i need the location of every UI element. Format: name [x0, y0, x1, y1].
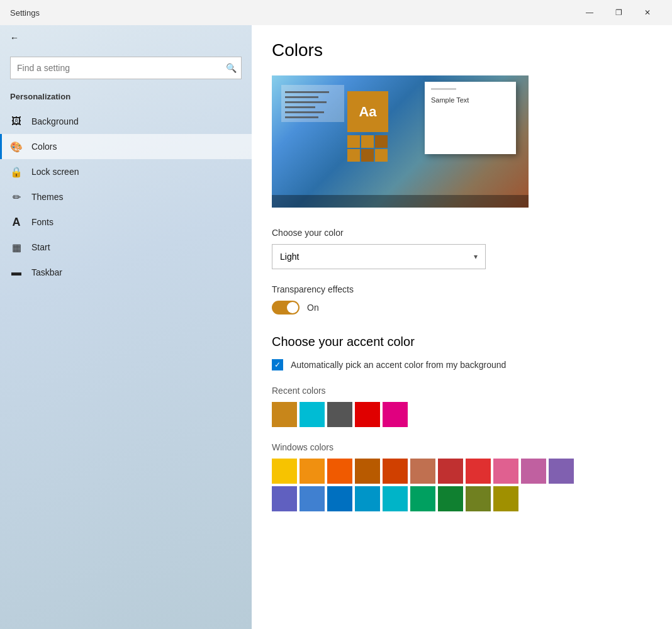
- chevron-down-icon: ▾: [474, 252, 478, 261]
- sidebar-item-background[interactable]: 🖼 Background: [0, 109, 252, 134]
- windows-color-swatch-1[interactable]: [300, 459, 325, 484]
- windows-color-swatch-4[interactable]: [383, 459, 408, 484]
- windows-color-swatch-14[interactable]: [355, 486, 380, 511]
- recent-color-swatch-2[interactable]: [327, 402, 352, 427]
- sidebar-item-taskbar[interactable]: ▬ Taskbar: [0, 260, 252, 285]
- auto-accent-checkbox[interactable]: ✓: [272, 359, 283, 370]
- windows-color-swatch-7[interactable]: [466, 459, 491, 484]
- windows-color-swatch-16[interactable]: [410, 486, 435, 511]
- preview-tile-2: [361, 135, 374, 148]
- preview-line-6: [285, 116, 318, 118]
- preview-background: Aa Sample Text: [272, 75, 529, 208]
- preview-container: Aa Sample Text: [272, 75, 529, 208]
- preview-menu-lines: [285, 91, 340, 118]
- preview-line-5: [285, 111, 324, 113]
- preview-dialog: Sample Text: [425, 82, 516, 154]
- preview-aa-text: Aa: [359, 104, 376, 120]
- recent-colors-label: Recent colors: [272, 386, 652, 396]
- recent-color-swatch-4[interactable]: [383, 402, 408, 427]
- preview-line-2: [285, 96, 318, 98]
- sidebar-item-label-lock: Lock screen: [31, 167, 79, 177]
- titlebar-title: Settings: [10, 8, 575, 18]
- windows-color-swatch-0[interactable]: [272, 459, 297, 484]
- preview-line-3: [285, 101, 327, 103]
- windows-color-swatch-17[interactable]: [438, 486, 463, 511]
- windows-color-swatch-12[interactable]: [300, 486, 325, 511]
- windows-color-swatch-11[interactable]: [272, 486, 297, 511]
- sidebar-item-label-fonts: Fonts: [31, 217, 53, 227]
- preview-tile-1: [347, 135, 360, 148]
- toggle-knob: [287, 302, 298, 313]
- windows-color-swatch-6[interactable]: [438, 459, 463, 484]
- restore-button[interactable]: ❐: [604, 3, 633, 23]
- color-dropdown[interactable]: Light ▾: [272, 244, 486, 269]
- background-icon: 🖼: [10, 115, 23, 128]
- preview-line-4: [285, 106, 315, 108]
- sidebar-item-label-background: Background: [31, 116, 79, 126]
- sidebar-item-label-start: Start: [31, 242, 50, 252]
- windows-colors-label: Windows colors: [272, 442, 652, 452]
- preview-taskbar: [272, 195, 529, 208]
- back-icon: ←: [10, 33, 19, 43]
- choose-color-label: Choose your color: [272, 228, 652, 238]
- minimize-button[interactable]: —: [575, 3, 604, 23]
- preview-line-1: [285, 91, 329, 93]
- preview-aa-tile: Aa: [347, 91, 388, 132]
- checkbox-check-icon: ✓: [274, 360, 281, 369]
- fonts-icon: A: [10, 216, 23, 228]
- preview-tile-3: [375, 135, 388, 148]
- windows-color-swatch-18[interactable]: [466, 486, 491, 511]
- transparency-label: Transparency effects: [272, 284, 652, 294]
- recent-color-swatch-1[interactable]: [300, 402, 325, 427]
- taskbar-icon: ▬: [10, 266, 23, 279]
- section-title: Personalization: [0, 89, 252, 109]
- sidebar-item-label-taskbar: Taskbar: [31, 267, 62, 277]
- back-button[interactable]: ←: [0, 25, 252, 50]
- windows-color-swatch-19[interactable]: [493, 486, 518, 511]
- windows-color-swatch-15[interactable]: [383, 486, 408, 511]
- sidebar-item-lock-screen[interactable]: 🔒 Lock screen: [0, 159, 252, 184]
- sidebar-item-fonts[interactable]: A Fonts: [0, 209, 252, 235]
- preview-tile-4: [347, 149, 360, 162]
- windows-color-swatch-10[interactable]: [549, 459, 574, 484]
- auto-accent-row: ✓ Automatically pick an accent color fro…: [272, 359, 652, 370]
- transparency-row: On: [272, 301, 652, 314]
- sidebar-item-start[interactable]: ▦ Start: [0, 235, 252, 260]
- accent-color-heading: Choose your accent color: [272, 335, 652, 349]
- main-content: Colors Aa: [252, 25, 672, 629]
- windows-color-swatch-3[interactable]: [355, 459, 380, 484]
- windows-colors-grid: [272, 459, 586, 511]
- windows-color-swatch-13[interactable]: [327, 486, 352, 511]
- sidebar-item-colors[interactable]: 🎨 Colors: [0, 134, 252, 159]
- sidebar: ← 🔍 Personalization 🖼 Background 🎨 Color…: [0, 25, 252, 629]
- recent-color-swatch-3[interactable]: [355, 402, 380, 427]
- search-input[interactable]: [10, 57, 242, 79]
- sidebar-item-themes[interactable]: ✏ Themes: [0, 184, 252, 209]
- auto-accent-label: Automatically pick an accent color from …: [291, 360, 506, 370]
- preview-tile-6: [375, 149, 388, 162]
- recent-color-swatch-0[interactable]: [272, 402, 297, 427]
- transparency-toggle[interactable]: [272, 301, 300, 314]
- recent-colors-swatches: [272, 402, 652, 427]
- close-button[interactable]: ✕: [633, 3, 662, 23]
- preview-tile-5: [361, 149, 374, 162]
- app-container: ← 🔍 Personalization 🖼 Background 🎨 Color…: [0, 25, 672, 629]
- preview-tiles: [347, 135, 388, 162]
- search-icon: 🔍: [226, 63, 237, 73]
- search-box: 🔍: [10, 57, 242, 79]
- preview-dialog-bar: [431, 88, 456, 90]
- windows-color-swatch-9[interactable]: [521, 459, 546, 484]
- lock-icon: 🔒: [10, 165, 23, 178]
- start-icon: ▦: [10, 241, 23, 253]
- transparency-state: On: [307, 303, 319, 313]
- windows-color-swatch-5[interactable]: [410, 459, 435, 484]
- preview-left-panel: [281, 85, 344, 122]
- sidebar-item-label-colors: Colors: [31, 142, 57, 152]
- titlebar: Settings — ❐ ✕: [0, 0, 672, 25]
- windows-color-swatch-8[interactable]: [493, 459, 518, 484]
- themes-icon: ✏: [10, 191, 23, 203]
- color-dropdown-value: Light: [280, 252, 299, 262]
- windows-color-swatch-2[interactable]: [327, 459, 352, 484]
- sidebar-item-label-themes: Themes: [31, 192, 64, 202]
- page-title: Colors: [272, 40, 652, 60]
